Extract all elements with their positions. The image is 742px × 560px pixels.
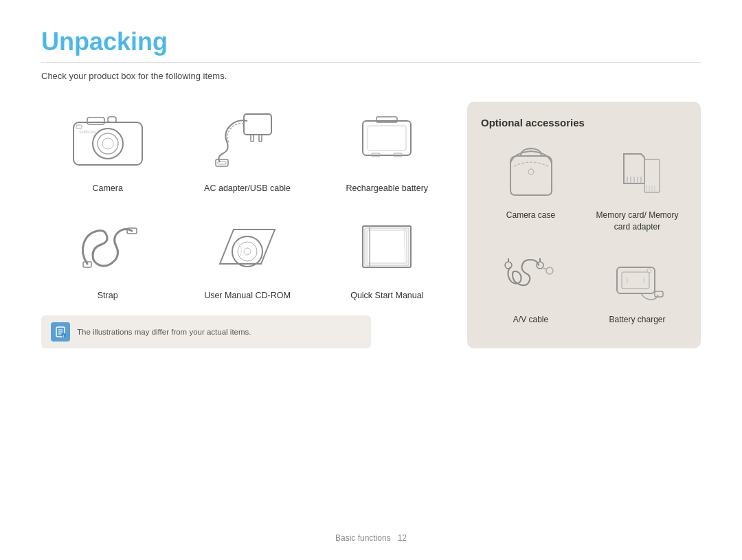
svg-point-56 (647, 269, 651, 273)
camera-label: Camera (92, 183, 122, 195)
svg-rect-9 (251, 135, 254, 142)
cd-rom-label: User Manual CD-ROM (204, 290, 291, 302)
memory-card-label: Memory card/ Memory card adapter (587, 210, 687, 233)
opt-battery-charger: Battery charger (587, 247, 687, 326)
opt-memory-card: Memory card/ Memory card adapter (587, 142, 687, 233)
svg-line-28 (404, 227, 405, 266)
strap-image (63, 209, 153, 284)
svg-rect-25 (365, 228, 409, 265)
svg-rect-4 (87, 117, 104, 124)
ac-adapter-image (203, 102, 292, 177)
optional-panel: Optional accessories (467, 102, 701, 348)
svg-marker-20 (220, 229, 275, 264)
cd-rom-image (203, 209, 292, 284)
items-grid: SAMSUNG Camera (41, 102, 453, 302)
footer-text: Basic functions (335, 533, 391, 543)
memory-card-image (600, 142, 675, 204)
footer-page: 12 (398, 533, 407, 543)
svg-point-52 (546, 267, 553, 274)
battery-charger-image (600, 247, 675, 309)
svg-point-48 (505, 262, 512, 269)
svg-rect-57 (655, 291, 663, 297)
svg-rect-6 (108, 117, 116, 122)
svg-point-21 (232, 236, 262, 267)
svg-rect-17 (368, 126, 406, 150)
svg-point-23 (244, 248, 251, 255)
strap-label: Strap (98, 290, 118, 302)
subtitle: Check your product box for the following… (41, 71, 701, 81)
note-box: i The illustrations may differ from your… (41, 315, 371, 348)
svg-rect-55 (622, 272, 649, 289)
page-title: Unpacking (41, 27, 701, 56)
item-ac-adapter: AC adapter/USB cable (181, 102, 313, 195)
av-cable-label: A/V cable (513, 314, 548, 326)
items-section: SAMSUNG Camera (41, 102, 453, 348)
main-content: SAMSUNG Camera (41, 102, 701, 348)
item-battery: Rechargeable battery (321, 102, 453, 195)
ac-adapter-label: AC adapter/USB cable (204, 183, 291, 195)
item-strap: Strap (41, 209, 174, 302)
optional-title: Optional accessories (481, 117, 687, 128)
item-camera: SAMSUNG Camera (41, 102, 174, 195)
quick-start-label: Quick Start Manual (350, 290, 423, 302)
camera-image: SAMSUNG (63, 102, 153, 177)
svg-point-3 (102, 138, 113, 149)
optional-grid: Camera case (481, 142, 687, 325)
svg-point-37 (528, 169, 534, 175)
opt-av-cable: A/V cable (481, 247, 581, 326)
av-cable-image (493, 247, 569, 309)
camera-case-label: Camera case (506, 210, 555, 221)
quick-start-image (342, 209, 431, 284)
page: Unpacking Check your product box for the… (0, 0, 742, 560)
camera-case-image (493, 142, 569, 204)
svg-point-2 (98, 133, 118, 154)
svg-rect-10 (259, 135, 262, 142)
svg-point-22 (238, 242, 257, 261)
note-icon: i (51, 322, 70, 341)
footer: Basic functions 12 (0, 533, 742, 543)
battery-charger-label: Battery charger (609, 314, 665, 326)
divider (41, 62, 701, 63)
battery-label: Rechargeable battery (346, 183, 429, 195)
svg-rect-5 (76, 125, 82, 128)
svg-rect-8 (244, 114, 271, 135)
item-cd-rom: User Manual CD-ROM (181, 209, 313, 302)
battery-image (342, 102, 431, 177)
svg-rect-26 (367, 230, 407, 263)
svg-text:SAMSUNG: SAMSUNG (79, 130, 96, 134)
item-quick-start: Quick Start Manual (321, 209, 453, 302)
opt-camera-case: Camera case (481, 142, 581, 233)
note-text: The illustrations may differ from your a… (77, 328, 251, 336)
